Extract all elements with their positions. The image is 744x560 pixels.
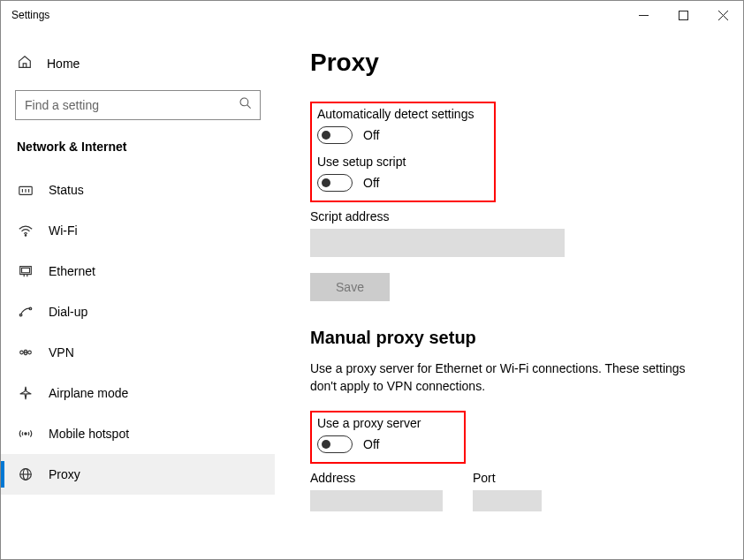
sidebar-item-vpn[interactable]: VPN [1, 332, 275, 373]
sidebar-item-label: Proxy [49, 467, 80, 481]
proxy-icon [17, 466, 34, 482]
svg-line-5 [247, 105, 251, 109]
home-link[interactable]: Home [1, 49, 275, 83]
system-buttons [624, 2, 743, 28]
sidebar-item-proxy[interactable]: Proxy [1, 454, 275, 495]
sidebar-item-ethernet[interactable]: Ethernet [1, 251, 275, 291]
airplane-icon [17, 385, 34, 401]
search-icon [239, 96, 253, 114]
manual-heading: Manual proxy setup [310, 328, 715, 348]
sidebar-item-label: Mobile hotspot [49, 427, 129, 441]
address-label: Address [310, 471, 443, 485]
use-proxy-state: Off [363, 437, 379, 451]
sidebar-item-label: VPN [49, 345, 74, 359]
auto-detect-state: Off [363, 128, 379, 142]
manual-help-text: Use a proxy server for Ethernet or Wi-Fi… [310, 360, 715, 395]
svg-rect-12 [22, 268, 30, 272]
sidebar-item-airplane[interactable]: Airplane mode [1, 373, 275, 413]
save-button[interactable]: Save [310, 273, 390, 301]
setup-script-toggle[interactable] [317, 174, 353, 192]
maximize-button[interactable] [664, 2, 703, 28]
setup-script-state: Off [363, 176, 379, 190]
sidebar-item-label: Ethernet [49, 264, 95, 278]
vpn-icon [17, 344, 34, 360]
script-address-input[interactable] [310, 229, 565, 257]
svg-point-16 [29, 307, 32, 310]
section-title: Network & Internet [1, 136, 275, 170]
svg-point-4 [240, 98, 248, 106]
use-proxy-toggle[interactable] [317, 435, 353, 453]
sidebar: Home Network & Internet Status Wi-Fi [1, 29, 275, 559]
minimize-button[interactable] [624, 2, 664, 28]
search-input[interactable] [25, 98, 239, 112]
home-label: Home [47, 57, 80, 71]
sidebar-item-status[interactable]: Status [1, 170, 275, 210]
setup-script-label: Use setup script [317, 155, 487, 169]
search-input-wrap[interactable] [15, 90, 261, 120]
dialup-icon [17, 304, 34, 320]
sidebar-item-label: Wi-Fi [49, 223, 78, 238]
auto-detect-toggle[interactable] [317, 126, 353, 144]
sidebar-item-label: Airplane mode [49, 386, 128, 400]
svg-point-18 [28, 351, 32, 354]
ethernet-icon [17, 263, 34, 279]
script-address-label: Script address [310, 209, 715, 223]
svg-point-21 [25, 433, 27, 435]
svg-rect-1 [679, 11, 688, 19]
use-proxy-label: Use a proxy server [317, 416, 457, 430]
close-button[interactable] [703, 2, 743, 28]
sidebar-item-hotspot[interactable]: Mobile hotspot [1, 413, 275, 454]
sidebar-item-wifi[interactable]: Wi-Fi [1, 210, 275, 251]
sidebar-item-dialup[interactable]: Dial-up [1, 291, 275, 332]
port-label: Port [473, 471, 542, 485]
window-title: Settings [11, 9, 49, 21]
auto-detect-label: Automatically detect settings [317, 107, 487, 121]
save-button-label: Save [336, 280, 364, 294]
home-icon [17, 54, 33, 72]
hotspot-icon [17, 426, 34, 442]
svg-point-17 [20, 351, 24, 354]
port-input[interactable] [473, 490, 542, 511]
svg-point-15 [19, 314, 22, 316]
main-content: Proxy Automatically detect settings Off … [275, 29, 743, 559]
sidebar-item-label: Status [49, 183, 84, 197]
wifi-icon [17, 223, 34, 238]
status-icon [17, 182, 34, 198]
svg-point-10 [25, 235, 26, 236]
sidebar-item-label: Dial-up [49, 305, 87, 319]
address-input[interactable] [310, 490, 443, 511]
highlight-box-auto: Automatically detect settings Off Use se… [310, 102, 496, 202]
page-title: Proxy [310, 49, 715, 77]
highlight-box-proxy: Use a proxy server Off [310, 411, 466, 464]
